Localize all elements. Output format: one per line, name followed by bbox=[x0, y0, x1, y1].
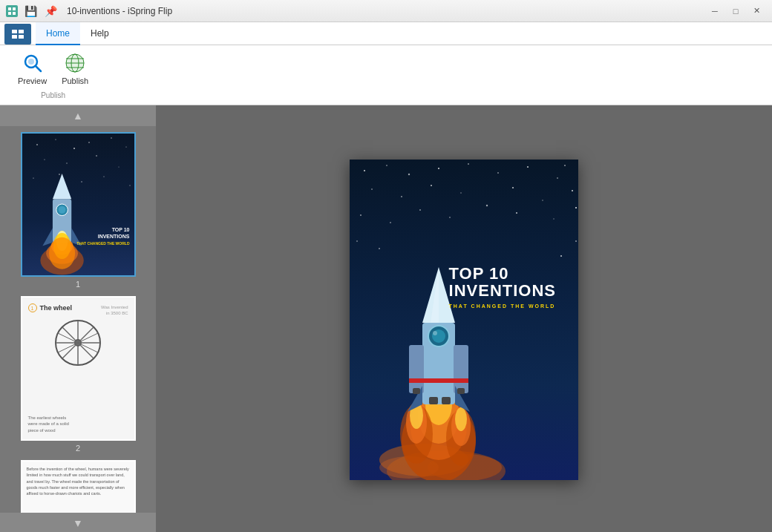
svg-rect-0 bbox=[8, 7, 11, 10]
close-button[interactable]: ✕ bbox=[747, 4, 766, 19]
thumbnail-1[interactable]: TOP 10INVENTIONS THAT CHANGED THE WORLD … bbox=[6, 132, 150, 289]
thumb3-text: Before the invention of the wheel, human… bbox=[27, 466, 130, 496]
thumb2-title: The wheel bbox=[40, 304, 73, 312]
svg-rect-6 bbox=[12, 35, 17, 39]
svg-rect-96 bbox=[454, 345, 468, 393]
thumbnails-list: TOP 10INVENTIONS THAT CHANGED THE WORLD … bbox=[0, 126, 156, 513]
preview-button[interactable]: Preview bbox=[12, 48, 53, 88]
app-title: 10-inventions - iSpring Flip bbox=[67, 6, 172, 16]
slide-heading-1: TOP 10 bbox=[449, 266, 556, 283]
title-bar: 💾 📌 10-inventions - iSpring Flip ─ □ ✕ bbox=[0, 0, 772, 22]
svg-rect-104 bbox=[454, 378, 468, 383]
svg-rect-103 bbox=[409, 378, 424, 383]
svg-rect-110 bbox=[457, 388, 465, 394]
svg-rect-109 bbox=[413, 388, 420, 394]
thumbnail-1-frame: TOP 10INVENTIONS THAT CHANGED THE WORLD bbox=[21, 132, 136, 277]
svg-point-93 bbox=[455, 407, 467, 431]
svg-rect-107 bbox=[429, 397, 438, 404]
svg-marker-39 bbox=[42, 228, 53, 246]
thumb2-desc: The earliest wheelswere made of a solidp… bbox=[28, 415, 69, 433]
ribbon: Home Help Preview bbox=[0, 22, 772, 105]
scroll-up-button[interactable]: ▲ bbox=[0, 105, 156, 126]
app-icon bbox=[6, 5, 18, 17]
home-icon-tab[interactable] bbox=[4, 24, 31, 45]
svg-point-101 bbox=[433, 331, 437, 335]
svg-rect-108 bbox=[442, 397, 451, 404]
thumb2-invented: Was Inventedin 3500 BC bbox=[101, 305, 128, 317]
svg-point-38 bbox=[58, 206, 65, 214]
canvas-area: TOP 10 INVENTIONS THAT CHANGED THE WORLD bbox=[156, 105, 772, 532]
slide-heading-2: INVENTIONS bbox=[449, 283, 556, 300]
main-slide: TOP 10 INVENTIONS THAT CHANGED THE WORLD bbox=[350, 160, 578, 480]
preview-icon bbox=[21, 51, 45, 75]
minimize-button[interactable]: ─ bbox=[705, 4, 724, 19]
pin-button[interactable]: 📌 bbox=[42, 5, 59, 17]
thumb-1-number: 1 bbox=[76, 280, 80, 289]
thumbnail-3[interactable]: Before the invention of the wheel, human… bbox=[6, 460, 150, 513]
slide-subtitle: THAT CHANGED THE WORLD bbox=[449, 304, 556, 309]
slide-main-text: TOP 10 INVENTIONS THAT CHANGED THE WORLD bbox=[449, 266, 556, 309]
tab-home[interactable]: Home bbox=[36, 22, 80, 45]
publish-label: Publish bbox=[62, 76, 88, 85]
svg-rect-2 bbox=[8, 12, 11, 15]
main-area: ▲ bbox=[0, 105, 772, 532]
svg-rect-5 bbox=[19, 30, 24, 33]
svg-rect-1 bbox=[13, 7, 16, 10]
svg-point-9 bbox=[28, 59, 34, 65]
slide-rocket bbox=[350, 160, 578, 480]
svg-point-16 bbox=[66, 54, 84, 72]
quick-access-save[interactable]: 💾 bbox=[22, 5, 39, 17]
publish-icon bbox=[63, 51, 87, 75]
tab-help[interactable]: Help bbox=[80, 22, 120, 45]
svg-rect-7 bbox=[19, 35, 24, 39]
svg-point-43 bbox=[49, 237, 75, 269]
svg-marker-36 bbox=[52, 174, 71, 199]
svg-line-10 bbox=[36, 66, 41, 71]
thumbnail-2[interactable]: 1 The wheel Was Inventedin 3500 BC bbox=[6, 296, 150, 453]
publish-button[interactable]: Publish bbox=[56, 48, 94, 88]
svg-rect-102 bbox=[422, 378, 455, 383]
wheel-image bbox=[52, 317, 104, 369]
restore-button[interactable]: □ bbox=[726, 4, 745, 19]
thumb-2-number: 2 bbox=[76, 444, 80, 453]
preview-label: Preview bbox=[18, 76, 47, 85]
ribbon-group-label: Publish bbox=[41, 91, 65, 99]
thumbnail-3-frame: Before the invention of the wheel, human… bbox=[21, 460, 136, 513]
thumbnail-2-frame: 1 The wheel Was Inventedin 3500 BC bbox=[21, 296, 136, 441]
thumb2-circle: 1 bbox=[28, 303, 37, 312]
scroll-down-button[interactable]: ▼ bbox=[0, 513, 156, 532]
svg-rect-95 bbox=[409, 345, 424, 393]
ribbon-tab-bar: Home Help bbox=[0, 22, 772, 45]
thumbnail-panel: ▲ bbox=[0, 105, 156, 532]
svg-rect-4 bbox=[12, 30, 17, 33]
svg-rect-3 bbox=[13, 12, 16, 15]
